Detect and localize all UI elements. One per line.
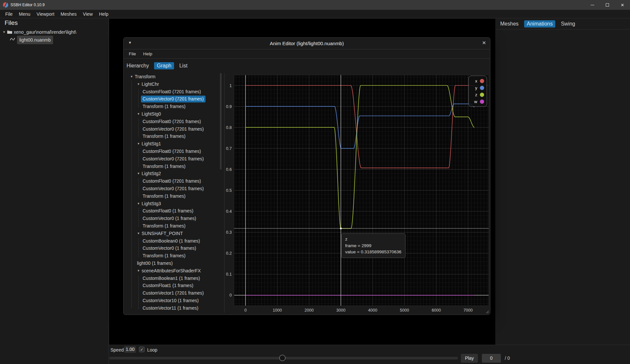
anim-tree-item[interactable]: CustomVector0 (7201 frames) — [126, 185, 221, 192]
loop-checkbox[interactable]: ✓ — [139, 347, 145, 352]
legend-label: z — [475, 92, 478, 97]
tree-item-label: CustomVector11 (1 frames) — [143, 304, 198, 312]
timeline-slider-thumb[interactable] — [279, 355, 285, 361]
tree-collapse-icon[interactable]: ▼ — [137, 267, 140, 275]
anim-tree-item[interactable]: ▼LightChr — [126, 81, 221, 88]
tree-collapse-icon[interactable]: ▼ — [137, 81, 140, 88]
tree-collapse-icon[interactable]: ▼ — [130, 73, 133, 81]
anim-tree-item[interactable]: CustomFloat0 (1 frames) — [126, 207, 221, 215]
tree-item-label: LightStg0 — [142, 110, 161, 118]
menubar-item-viewport[interactable]: Viewport — [37, 11, 54, 17]
y-tick-label: 0.2 — [226, 251, 232, 256]
check-icon: ✓ — [140, 347, 143, 352]
tooltip-frame: frame = 2999 — [345, 243, 402, 249]
legend-entry-w[interactable]: w — [469, 98, 487, 105]
tree-collapse-icon[interactable]: ▼ — [137, 230, 140, 237]
tree-item-label: light00 (1 frames) — [137, 260, 173, 267]
menubar-item-menu[interactable]: Menu — [19, 11, 30, 17]
tree-collapse-icon[interactable]: ▼ — [137, 140, 140, 148]
anim-tree-item[interactable]: Transform (1 frames) — [126, 222, 221, 230]
files-heading: Files — [5, 19, 18, 27]
minimize-button[interactable] — [585, 0, 600, 10]
anim-tree-item[interactable]: ▼LightStg0 — [126, 110, 221, 118]
anim-tree-item[interactable]: CustomVector0 (1 frames) — [126, 245, 221, 252]
tab-animations[interactable]: Animations — [524, 20, 555, 27]
y-tick-label: 0.7 — [226, 146, 232, 151]
folder-collapse-icon[interactable]: ▼ — [3, 28, 6, 36]
anim-tree-item[interactable]: Transform (1 frames) — [126, 192, 221, 200]
close-icon: ✕ — [621, 3, 624, 8]
anim-tab-graph[interactable]: Graph — [154, 62, 174, 69]
maximize-icon — [606, 3, 609, 7]
tree-item-label: sceneAttributesForShaderFX — [142, 267, 201, 275]
tree-item-label: LightStg1 — [142, 140, 161, 148]
anim-track-tree: ▼Transform▼LightChrCustomFloat0 (7201 fr… — [126, 73, 221, 313]
current-frame-field[interactable]: 0 — [482, 354, 501, 363]
anim-tree-item[interactable]: ▼LightStg1 — [126, 140, 221, 148]
tree-item-label: CustomVector0 (7201 frames) — [143, 125, 204, 133]
legend-entry-x[interactable]: x — [469, 78, 487, 84]
loop-label: Loop — [147, 346, 157, 354]
legend-entry-y[interactable]: y — [469, 84, 487, 91]
menubar-item-meshes[interactable]: Meshes — [61, 11, 77, 17]
y-tick-label: 0.9 — [226, 104, 232, 109]
tree-collapse-icon[interactable]: ▼ — [137, 110, 140, 118]
anim-tree-item[interactable]: CustomFloat0 (7201 frames) — [126, 88, 221, 96]
anim-tree-item[interactable]: CustomVector1 (7201 frames) — [126, 289, 221, 297]
anim-tree-item[interactable]: Transform (1 frames) — [126, 103, 221, 110]
menubar-item-help[interactable]: Help — [99, 11, 108, 17]
anim-tree-item[interactable]: CustomVector0 (7201 frames) — [126, 125, 221, 133]
anim-tree-item[interactable]: CustomVector10 (1 frames) — [126, 297, 221, 304]
anim-tree-item[interactable]: ▼sceneAttributesForShaderFX — [126, 267, 221, 275]
anim-menu-item-help[interactable]: Help — [143, 51, 152, 56]
anim-editor-titlebar[interactable]: ▼ Anim Editor (light/light00.nuanmb) ✕ — [124, 38, 490, 49]
anim-tree-item[interactable]: CustomVector0 (1 frames) — [126, 215, 221, 222]
anim-tree-item[interactable]: ▼LightStg2 — [126, 170, 221, 177]
speed-value-field[interactable]: 1.00 — [124, 346, 136, 353]
anim-editor-close-icon[interactable]: ✕ — [482, 40, 486, 46]
y-tick-label: 1 — [229, 83, 232, 88]
anim-tree-item[interactable]: CustomBoolean0 (1 frames) — [126, 237, 221, 245]
anim-tree-item[interactable]: CustomVector0 (7201 frames) — [126, 95, 221, 103]
anim-tree-item[interactable]: CustomVector0 (7201 frames) — [126, 155, 221, 163]
anim-tree-item[interactable]: CustomFloat0 (7201 frames) — [126, 118, 221, 125]
legend-color-dot — [480, 93, 484, 97]
close-button[interactable]: ✕ — [615, 0, 630, 10]
tree-item-label: CustomFloat0 (7201 frames) — [143, 118, 201, 125]
minimize-icon — [591, 5, 594, 5]
tree-item-label: SUNSHAFT_POINT — [142, 230, 183, 237]
tree-item-label: CustomBoolean1 (1 frames) — [143, 275, 200, 282]
anim-tree-item[interactable]: Transform (1 frames) — [126, 252, 221, 260]
tab-swing[interactable]: Swing — [561, 21, 575, 27]
anim-tab-list[interactable]: List — [179, 63, 187, 69]
window-resize-grip[interactable] — [484, 309, 489, 314]
tab-meshes[interactable]: Meshes — [500, 21, 519, 27]
legend-entry-z[interactable]: z — [469, 91, 487, 98]
maximize-button[interactable] — [600, 0, 615, 10]
anim-editor-window: ▼ Anim Editor (light/light00.nuanmb) ✕ F… — [123, 37, 490, 315]
tree-collapse-icon[interactable]: ▼ — [137, 170, 140, 177]
menubar-item-file[interactable]: File — [5, 11, 13, 17]
y-tick-label: 0.5 — [226, 188, 232, 193]
play-button[interactable]: Play — [461, 354, 478, 363]
anim-menu-item-file[interactable]: File — [129, 51, 136, 56]
files-panel: Files ▼ xeno_gaur\normal\render\light\ l… — [0, 19, 109, 364]
anim-tree-item[interactable]: ▼Transform — [126, 73, 221, 81]
anim-tree-item[interactable]: Transform (1 frames) — [126, 133, 221, 140]
tree-item-label: CustomFloat0 (7201 frames) — [143, 177, 201, 185]
anim-tree-item[interactable]: light00 (1 frames) — [126, 260, 221, 267]
anim-tree-item[interactable]: CustomFloat1 (1 frames) — [126, 282, 221, 289]
tree-scrollbar[interactable] — [220, 73, 222, 170]
menubar-item-view[interactable]: View — [83, 11, 93, 17]
anim-tree-item[interactable]: ▼SUNSHAFT_POINT — [126, 230, 221, 237]
anim-editor-tab-bar: HierarchyGraphList — [124, 61, 307, 71]
anim-tree-item[interactable]: CustomVector11 (1 frames) — [126, 304, 221, 312]
anim-tree-item[interactable]: ▼LightStg3 — [126, 200, 221, 208]
anim-tab-hierarchy[interactable]: Hierarchy — [127, 63, 149, 69]
graph-plot[interactable]: 10.90.80.70.60.50.40.30.20.1001000200030… — [223, 72, 491, 315]
anim-tree-item[interactable]: CustomFloat0 (7201 frames) — [126, 148, 221, 155]
anim-tree-item[interactable]: CustomBoolean1 (1 frames) — [126, 275, 221, 282]
anim-tree-item[interactable]: CustomFloat0 (7201 frames) — [126, 177, 221, 185]
tree-collapse-icon[interactable]: ▼ — [137, 200, 140, 208]
anim-tree-item[interactable]: Transform (1 frames) — [126, 163, 221, 170]
